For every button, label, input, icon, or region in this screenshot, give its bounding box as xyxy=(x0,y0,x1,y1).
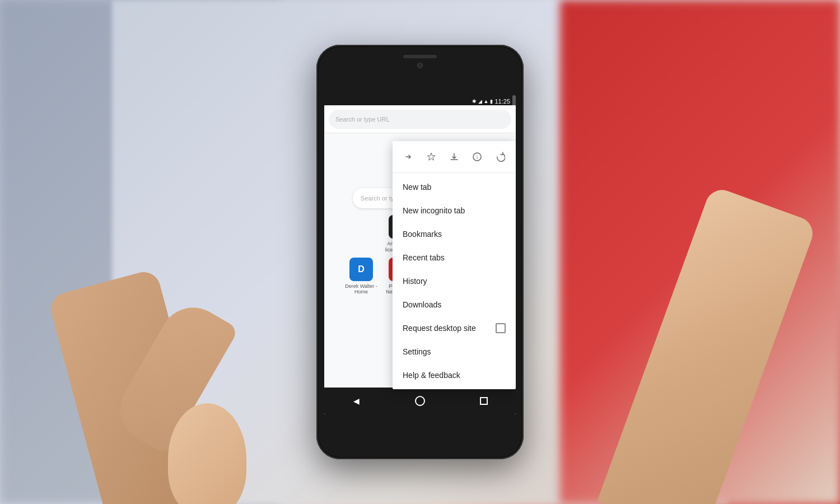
menu-item-new-incognito-label: New incognito tab xyxy=(403,206,465,215)
forward-button[interactable] xyxy=(398,147,418,167)
bookmark-icon-derek: D xyxy=(349,258,373,281)
derek-label: D xyxy=(358,264,365,274)
menu-item-new-tab-label: New tab xyxy=(403,183,431,192)
menu-item-bookmarks[interactable]: Bookmarks xyxy=(393,222,516,246)
info-icon: i xyxy=(472,152,482,162)
menu-item-history[interactable]: History xyxy=(393,269,516,293)
download-icon xyxy=(449,152,459,162)
back-icon: ◀ xyxy=(353,396,360,405)
phone-speaker xyxy=(403,55,437,58)
home-icon xyxy=(415,396,425,406)
forward-icon xyxy=(403,152,413,162)
menu-item-settings-label: Settings xyxy=(403,347,431,356)
bookmark-label-derek: Derek Walter - Home xyxy=(344,283,378,296)
menu-item-settings[interactable]: Settings xyxy=(393,340,516,363)
overview-icon xyxy=(480,397,488,405)
bookmark-derek[interactable]: D Derek Walter - Home xyxy=(344,258,378,296)
menu-item-new-tab[interactable]: New tab xyxy=(393,175,516,199)
menu-item-bookmarks-label: Bookmarks xyxy=(403,230,442,239)
phone-screen: Search or type URL G xyxy=(324,105,516,414)
url-placeholder: Search or type URL xyxy=(335,116,390,123)
menu-item-recent-tabs-label: Recent tabs xyxy=(403,253,445,262)
nav-back-button[interactable]: ◀ xyxy=(346,391,366,411)
signal-icon: ▲ xyxy=(484,99,489,104)
wifi-icon: ◢ xyxy=(478,99,482,104)
dropdown-menu: i New xyxy=(393,141,516,389)
battery-icon: ▮ xyxy=(490,99,493,104)
menu-item-request-desktop-label: Request desktop site xyxy=(403,324,476,333)
menu-toolbar: i xyxy=(393,141,516,173)
menu-item-recent-tabs[interactable]: Recent tabs xyxy=(393,246,516,269)
nav-home-button[interactable] xyxy=(410,391,430,411)
menu-item-request-desktop[interactable]: Request desktop site xyxy=(393,316,516,340)
status-icons: ✱ ◢ ▲ ▮ 11:25 xyxy=(472,98,510,105)
menu-item-help-label: Help & feedback xyxy=(403,371,460,380)
phone-nav-bar: ◀ xyxy=(324,388,516,414)
refresh-button[interactable] xyxy=(490,147,510,167)
url-bar[interactable]: Search or type URL xyxy=(329,110,511,129)
chrome-toolbar: Search or type URL xyxy=(324,105,516,133)
menu-item-downloads[interactable]: Downloads xyxy=(393,293,516,316)
bookmark-star-button[interactable] xyxy=(421,147,441,167)
bluetooth-icon: ✱ xyxy=(472,99,477,104)
svg-text:i: i xyxy=(477,155,478,160)
browser-content: G Search or type URL xyxy=(324,133,516,414)
refresh-icon xyxy=(495,152,505,162)
scene: ✱ ◢ ▲ ▮ 11:25 Search or type URL xyxy=(0,0,840,504)
request-desktop-checkbox[interactable] xyxy=(496,323,506,333)
menu-item-downloads-label: Downloads xyxy=(403,300,441,309)
menu-item-new-incognito[interactable]: New incognito tab xyxy=(393,199,516,222)
nav-overview-button[interactable] xyxy=(474,391,494,411)
menu-item-history-label: History xyxy=(403,277,427,286)
status-time: 11:25 xyxy=(494,98,510,105)
menu-items: New tab New incognito tab Bookmarks Rece… xyxy=(393,173,516,389)
info-button[interactable]: i xyxy=(467,147,487,167)
menu-item-help[interactable]: Help & feedback xyxy=(393,363,516,387)
phone-camera xyxy=(417,63,423,68)
download-button[interactable] xyxy=(444,147,464,167)
phone: ✱ ◢ ▲ ▮ 11:25 Search or type URL xyxy=(316,45,524,459)
star-icon xyxy=(426,152,436,162)
